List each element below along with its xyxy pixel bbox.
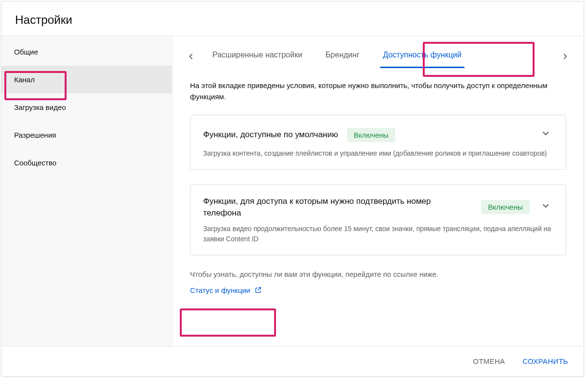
tab-label: Расширенные настройки [212,51,302,59]
chevron-down-icon [540,200,551,211]
sidebar: Общие Канал Загрузка видео Разрешения Со… [1,36,173,346]
sidebar-item-label: Сообщество [14,159,56,167]
settings-dialog: Настройки Общие Канал Загрузка видео Раз… [1,1,584,377]
card-phone-verified-features[interactable]: Функции, для доступа к которым нужно под… [190,184,566,255]
tab-advanced-settings[interactable]: Расширенные настройки [202,45,313,68]
chevron-down-icon [540,128,551,139]
tabs-prev-button[interactable] [182,48,200,65]
content-pane: Расширенные настройки Брендинг Доступнос… [173,36,584,346]
dialog-footer: ОТМЕНА СОХРАНИТЬ [1,346,584,376]
chevron-right-icon [560,52,570,61]
tab-content: На этой вкладке приведены условия, котор… [173,69,584,302]
card-description: Загрузка видео продолжительностью более … [203,224,553,244]
dialog-header: Настройки [1,1,584,36]
card-default-features[interactable]: Функции, доступные по умолчанию Включены… [190,115,566,170]
link-label: Статус и функции [190,286,250,294]
status-badge: Включены [481,200,530,214]
sidebar-item-permissions[interactable]: Разрешения [1,121,172,149]
hint-text: Чтобы узнать, доступны ли вам эти функци… [190,270,566,278]
expand-toggle[interactable] [538,126,553,144]
card-title: Функции, для доступа к которым нужно под… [203,196,464,219]
tab-branding[interactable]: Брендинг [315,45,370,68]
sidebar-item-label: Общие [14,48,38,56]
save-button[interactable]: СОХРАНИТЬ [520,353,570,369]
tab-label: Брендинг [326,51,360,59]
sidebar-item-channel[interactable]: Канал [1,66,172,93]
external-link-icon [254,286,262,294]
card-header: Функции, доступные по умолчанию Включены [203,126,553,144]
tabs-row: Расширенные настройки Брендинг Доступнос… [173,36,584,69]
sidebar-item-community[interactable]: Сообщество [1,149,172,177]
chevron-left-icon [186,52,196,61]
card-description: Загрузка контента, создание плейлистов и… [203,148,553,159]
tabs-next-button[interactable] [556,48,574,65]
card-title: Функции, доступные по умолчанию [203,129,338,141]
tab-label: Доступность функций [383,51,462,59]
intro-text: На этой вкладке приведены условия, котор… [190,80,566,102]
tab-feature-eligibility[interactable]: Доступность функций [372,45,472,68]
sidebar-item-label: Разрешения [14,131,56,139]
dialog-title: Настройки [15,13,570,27]
sidebar-item-general[interactable]: Общие [1,38,172,66]
status-and-features-link[interactable]: Статус и функции [190,283,262,297]
sidebar-item-upload[interactable]: Загрузка видео [1,93,172,121]
sidebar-item-label: Канал [14,75,35,84]
card-header: Функции, для доступа к которым нужно под… [203,196,553,219]
expand-toggle[interactable] [538,198,553,216]
sidebar-item-label: Загрузка видео [14,103,66,111]
status-badge: Включены [347,128,396,142]
cancel-button[interactable]: ОТМЕНА [471,353,507,369]
dialog-body: Общие Канал Загрузка видео Разрешения Со… [1,36,584,346]
